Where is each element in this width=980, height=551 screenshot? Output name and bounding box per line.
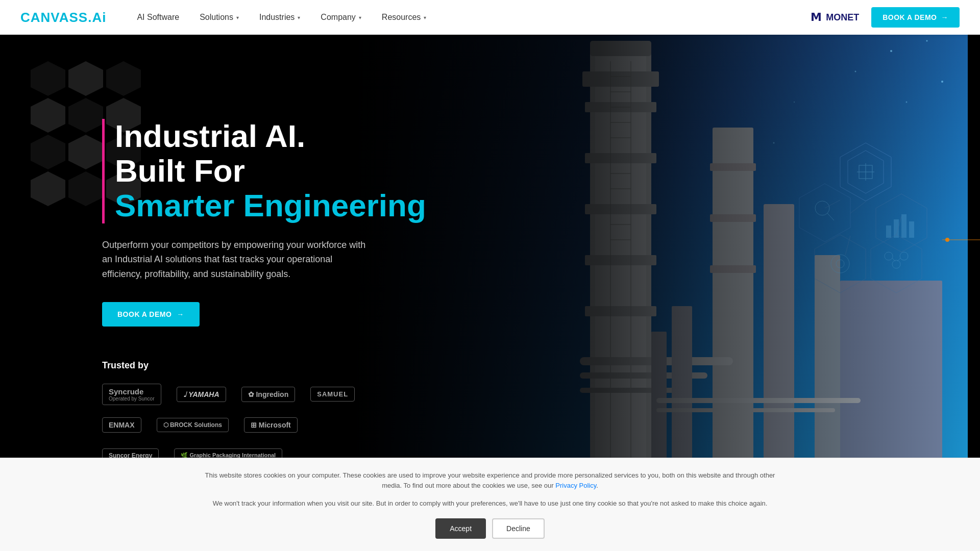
syncrude-logo: Syncrude Operated by Suncor	[102, 383, 161, 406]
cookie-main-text: This website stores cookies on your comp…	[204, 470, 776, 492]
nav-company[interactable]: Company ▾	[321, 13, 361, 22]
hero-title-line3: Smarter Engineering	[115, 188, 426, 223]
yamaha-logo: ♩ YAMAHA	[177, 383, 226, 406]
logo-row-1: Syncrude Operated by Suncor ♩ YAMAHA ✿ I…	[102, 383, 426, 406]
arrow-icon: →	[941, 13, 949, 21]
hero-title-block: Industrial AI. Built For Smarter Enginee…	[102, 119, 426, 223]
logo-text: CANVASS.Ai	[20, 10, 106, 26]
cookie-decline-button[interactable]: Decline	[492, 518, 545, 539]
privacy-policy-link[interactable]: Privacy Policy	[555, 482, 596, 489]
hero-content: Industrial AI. Built For Smarter Enginee…	[0, 84, 426, 467]
cookie-buttons: Accept Decline	[204, 518, 776, 539]
nav-solutions[interactable]: Solutions ▾	[200, 13, 239, 22]
nav-links: AI Software Solutions ▾ Industries ▾ Com…	[137, 13, 811, 22]
chevron-down-icon: ▾	[359, 15, 361, 20]
logo-wordmark: CANVASS	[20, 10, 88, 25]
chevron-down-icon: ▾	[424, 15, 426, 20]
navbar-book-demo-button[interactable]: BOOK A DEMO →	[871, 7, 960, 28]
hero-title-line1: Industrial AI.	[115, 119, 426, 154]
trusted-section: Trusted by Syncrude Operated by Suncor ♩…	[102, 360, 426, 467]
nav-right: 𝗠 MONET BOOK A DEMO →	[811, 7, 960, 28]
cookie-note-text: We won't track your information when you…	[204, 498, 776, 509]
logo-accent: .Ai	[88, 10, 106, 25]
trusted-logos: Syncrude Operated by Suncor ♩ YAMAHA ✿ I…	[102, 383, 426, 467]
trusted-label: Trusted by	[102, 360, 426, 371]
arrow-icon: →	[177, 310, 184, 318]
logo-row-2: ENMAX ⬡ BROCK Solutions ⊞ Microsoft	[102, 414, 426, 436]
brock-logo: ⬡ BROCK Solutions	[157, 414, 229, 436]
chevron-down-icon: ▾	[236, 15, 239, 20]
ingredion-logo: ✿ Ingredion	[241, 383, 296, 406]
cookie-accept-button[interactable]: Accept	[435, 518, 486, 539]
logo[interactable]: CANVASS.Ai	[20, 10, 106, 26]
monet-icon: 𝗠	[811, 11, 822, 24]
hero-subtitle: Outperform your competitors by empowerin…	[102, 238, 368, 282]
nav-industries[interactable]: Industries ▾	[259, 13, 300, 22]
cookie-banner: This website stores cookies on your comp…	[0, 458, 980, 551]
hero-title-line2: Built For	[115, 154, 426, 188]
navbar: CANVASS.Ai AI Software Solutions ▾ Indus…	[0, 0, 980, 35]
monet-logo[interactable]: 𝗠 MONET	[811, 11, 859, 24]
microsoft-logo: ⊞ Microsoft	[244, 414, 298, 436]
nav-resources[interactable]: Resources ▾	[382, 13, 426, 22]
samuel-logo: SAMUEL	[310, 383, 355, 406]
hero-book-demo-button[interactable]: BOOK A DEMO →	[102, 302, 200, 327]
chevron-down-icon: ▾	[298, 15, 300, 20]
enmax-logo: ENMAX	[102, 414, 141, 436]
nav-ai-software[interactable]: AI Software	[137, 13, 179, 22]
monet-label: MONET	[826, 12, 859, 23]
